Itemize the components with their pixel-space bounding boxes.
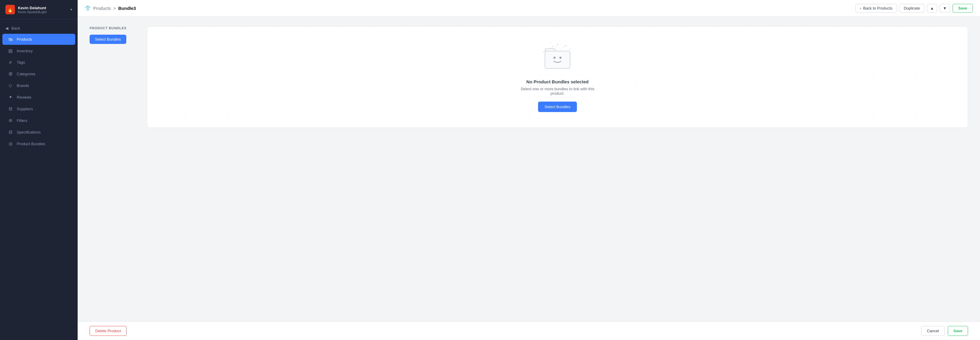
empty-state-title: No Product Bundles selected bbox=[527, 79, 589, 84]
svg-text:+: + bbox=[559, 48, 561, 51]
products-icon: 🛍 bbox=[8, 37, 13, 42]
sidebar-header[interactable]: 🔥 Kevin Delahunt Kevin-SpeedofLight ▾ bbox=[0, 0, 78, 19]
user-info: Kevin Delahunt Kevin-SpeedofLight bbox=[18, 6, 67, 14]
sidebar-item-brands[interactable]: ◇ Brands bbox=[2, 80, 75, 91]
svg-point-1 bbox=[565, 45, 566, 46]
back-arrow-icon: ◀ bbox=[5, 26, 8, 30]
breadcrumb-separator: > bbox=[113, 6, 116, 11]
svg-point-10 bbox=[554, 57, 556, 59]
breadcrumb: 👕 Products > Bundle3 bbox=[85, 5, 136, 11]
suppliers-icon: ⊟ bbox=[8, 106, 13, 112]
sidebar-item-categories[interactable]: ⊞ Categories bbox=[2, 68, 75, 80]
sidebar-item-inventory[interactable]: ▤ Inventory bbox=[2, 45, 75, 56]
product-icon: 👕 bbox=[85, 5, 91, 11]
svg-text:+: + bbox=[555, 46, 557, 49]
back-chevron-icon: ‹ bbox=[860, 6, 861, 10]
specifications-icon: ⊟ bbox=[8, 129, 13, 135]
duplicate-button[interactable]: Duplicate bbox=[899, 4, 924, 13]
user-sub: Kevin-SpeedofLight bbox=[18, 10, 67, 14]
sidebar-item-suppliers[interactable]: ⊟ Suppliers bbox=[2, 103, 75, 115]
save-bottom-button[interactable]: Save bbox=[948, 326, 968, 336]
breadcrumb-current: Bundle3 bbox=[118, 6, 136, 11]
sidebar-back-button[interactable]: ◀ Back bbox=[0, 23, 78, 34]
cancel-button[interactable]: Cancel bbox=[921, 326, 945, 336]
nav-up-button[interactable]: ▲ bbox=[927, 4, 937, 13]
sidebar-item-specifications[interactable]: ⊟ Specifications bbox=[2, 126, 75, 138]
svg-text:+: + bbox=[570, 48, 571, 51]
topbar-actions: ‹ Back to Products Duplicate ▲ ▼ Save bbox=[856, 4, 973, 13]
select-bundles-center-button[interactable]: Select Bundles bbox=[538, 102, 577, 112]
left-panel: PRODUCT BUNDLES Select Bundles bbox=[89, 26, 137, 44]
filters-icon: ⊚ bbox=[8, 118, 13, 123]
empty-state-subtitle: Select one or more bundles to link with … bbox=[516, 87, 599, 96]
bundles-empty-card: + + + + + + bbox=[147, 26, 968, 128]
sidebar-item-tags[interactable]: # Tags bbox=[2, 57, 75, 68]
nav-down-button[interactable]: ▼ bbox=[940, 4, 950, 13]
dot-pattern bbox=[147, 27, 968, 128]
sidebar-item-filters[interactable]: ⊚ Filters bbox=[2, 115, 75, 126]
tags-icon: # bbox=[8, 60, 13, 65]
product-bundles-icon: ◎ bbox=[8, 141, 13, 147]
bottom-right-actions: Cancel Save bbox=[921, 326, 968, 336]
main-area: 👕 Products > Bundle3 ‹ Back to Products … bbox=[78, 0, 980, 340]
topbar: 👕 Products > Bundle3 ‹ Back to Products … bbox=[78, 0, 980, 17]
user-dropdown-icon[interactable]: ▾ bbox=[70, 8, 72, 12]
svg-text:+: + bbox=[542, 50, 544, 53]
down-arrow-icon: ▼ bbox=[943, 6, 947, 10]
empty-folder-icon: + + + + + + bbox=[539, 42, 575, 73]
content-area: PRODUCT BUNDLES Select Bundles + + + + bbox=[78, 17, 980, 321]
app-logo: 🔥 bbox=[5, 5, 15, 14]
categories-icon: ⊞ bbox=[8, 71, 13, 77]
breadcrumb-products[interactable]: Products bbox=[93, 6, 111, 11]
brands-icon: ◇ bbox=[8, 83, 13, 88]
product-bundles-layout: PRODUCT BUNDLES Select Bundles + + + + bbox=[89, 26, 968, 128]
user-name: Kevin Delahunt bbox=[18, 6, 67, 10]
svg-text:+: + bbox=[563, 45, 565, 49]
sidebar-item-product-bundles[interactable]: ◎ Product Bundles bbox=[2, 138, 75, 149]
svg-point-11 bbox=[560, 57, 562, 59]
reviews-icon: ✦ bbox=[8, 94, 13, 100]
section-label: PRODUCT BUNDLES bbox=[89, 26, 137, 30]
sidebar-item-reviews[interactable]: ✦ Reviews bbox=[2, 91, 75, 103]
sidebar: 🔥 Kevin Delahunt Kevin-SpeedofLight ▾ ◀ … bbox=[0, 0, 78, 340]
svg-point-2 bbox=[553, 46, 554, 47]
bottombar: Delete Product Cancel Save bbox=[78, 321, 980, 340]
back-to-products-button[interactable]: ‹ Back to Products bbox=[856, 4, 897, 13]
inventory-icon: ▤ bbox=[8, 48, 13, 53]
svg-rect-7 bbox=[545, 51, 570, 69]
select-bundles-left-button[interactable]: Select Bundles bbox=[89, 35, 126, 44]
svg-point-0 bbox=[557, 44, 558, 45]
up-arrow-icon: ▲ bbox=[930, 6, 934, 10]
sidebar-item-products[interactable]: 🛍 Products bbox=[2, 34, 75, 45]
sidebar-nav: ◀ Back 🛍 Products ▤ Inventory # Tags ⊞ C… bbox=[0, 19, 78, 340]
save-top-button[interactable]: Save bbox=[953, 4, 973, 13]
delete-product-button[interactable]: Delete Product bbox=[89, 326, 127, 336]
